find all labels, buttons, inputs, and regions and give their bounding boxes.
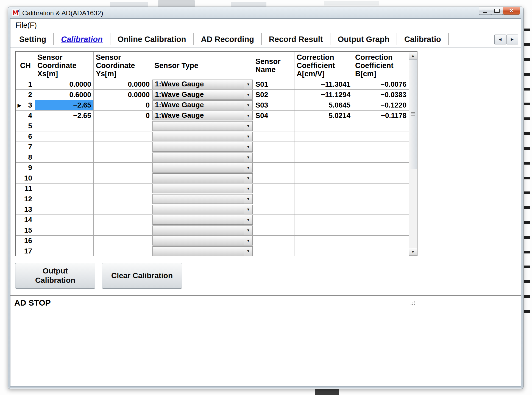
row-header[interactable]: 9	[16, 163, 35, 173]
chevron-down-icon[interactable]: ▼	[244, 80, 252, 89]
row-header[interactable]: 6	[16, 131, 35, 142]
sensor-type-combo[interactable]: ▼	[152, 153, 253, 162]
cell-correction-coefficient-a[interactable]	[294, 225, 353, 236]
cell-sensor-name[interactable]	[253, 184, 294, 194]
cell-correction-coefficient-a[interactable]: 5.0645	[294, 100, 353, 111]
cell-sensor-coordinate-xs[interactable]	[35, 236, 94, 246]
cell-sensor-coordinate-ys[interactable]	[94, 236, 152, 246]
row-header[interactable]: 2	[16, 90, 35, 100]
cell-correction-coefficient-a[interactable]	[294, 173, 353, 184]
cell-sensor-coordinate-xs[interactable]	[35, 142, 94, 152]
cell-sensor-coordinate-ys[interactable]	[94, 131, 152, 142]
menu-file[interactable]: File(F)	[15, 21, 37, 30]
row-header[interactable]: 14	[16, 215, 35, 225]
cell-sensor-coordinate-ys[interactable]: 0.0000	[94, 90, 152, 100]
tab-ad-recording[interactable]: AD Recording	[194, 33, 262, 45]
cell-sensor-name[interactable]	[253, 204, 294, 215]
cell-correction-coefficient-b[interactable]	[353, 131, 409, 142]
row-header[interactable]: 4	[16, 111, 35, 121]
chevron-down-icon[interactable]: ▼	[244, 132, 252, 141]
cell-sensor-coordinate-xs[interactable]: 0.0000	[35, 79, 94, 90]
cell-sensor-coordinate-ys[interactable]	[94, 152, 152, 163]
sensor-type-combo[interactable]: ▼	[152, 194, 253, 204]
sensor-type-combo[interactable]: 1:Wave Gauge▼	[152, 80, 253, 89]
cell-sensor-coordinate-ys[interactable]	[94, 173, 152, 184]
tab-scroll-right-button[interactable]: ►	[506, 35, 518, 44]
row-header[interactable]: ▶3	[16, 100, 35, 111]
chevron-down-icon[interactable]: ▼	[244, 226, 252, 235]
sensor-type-combo[interactable]: 1:Wave Gauge▼	[152, 111, 253, 120]
cell-correction-coefficient-b[interactable]: −0.0383	[353, 90, 409, 100]
cell-correction-coefficient-b[interactable]	[353, 204, 409, 215]
column-header-correction-coefficient-b[interactable]: Correction Coefficient B[cm]	[353, 52, 409, 79]
scrollbar-thumb[interactable]	[409, 59, 417, 169]
chevron-down-icon[interactable]: ▼	[244, 101, 252, 110]
cell-sensor-coordinate-ys[interactable]	[94, 204, 152, 215]
cell-sensor-coordinate-ys[interactable]	[94, 163, 152, 173]
chevron-down-icon[interactable]: ▼	[244, 205, 252, 214]
cell-correction-coefficient-b[interactable]	[353, 246, 409, 256]
cell-sensor-coordinate-ys[interactable]	[94, 215, 152, 225]
cell-correction-coefficient-a[interactable]	[294, 246, 353, 256]
cell-sensor-coordinate-xs[interactable]	[35, 173, 94, 184]
cell-correction-coefficient-a[interactable]	[294, 236, 353, 246]
sensor-type-combo[interactable]: ▼	[152, 246, 253, 256]
row-header[interactable]: 16	[16, 236, 35, 246]
chevron-down-icon[interactable]: ▼	[244, 153, 252, 162]
cell-correction-coefficient-a[interactable]	[294, 184, 353, 194]
tab-output-graph[interactable]: Output Graph	[330, 33, 397, 45]
cell-correction-coefficient-a[interactable]	[294, 152, 353, 163]
cell-correction-coefficient-b[interactable]	[353, 121, 409, 131]
clear-calibration-button[interactable]: Clear Calibration	[102, 263, 182, 289]
sensor-type-combo[interactable]: ▼	[152, 142, 253, 152]
cell-correction-coefficient-a[interactable]: 5.0214	[294, 111, 353, 121]
sensor-type-combo[interactable]: ▼	[152, 121, 253, 131]
cell-sensor-coordinate-ys[interactable]	[94, 121, 152, 131]
sensor-type-combo[interactable]: ▼	[152, 184, 253, 193]
cell-correction-coefficient-a[interactable]	[294, 121, 353, 131]
cell-sensor-coordinate-ys[interactable]	[94, 225, 152, 236]
cell-correction-coefficient-a[interactable]	[294, 204, 353, 215]
cell-sensor-coordinate-xs[interactable]: 0.6000	[35, 90, 94, 100]
cell-sensor-coordinate-xs[interactable]	[35, 194, 94, 204]
cell-sensor-coordinate-xs[interactable]	[35, 184, 94, 194]
cell-sensor-coordinate-xs[interactable]	[35, 121, 94, 131]
cell-correction-coefficient-b[interactable]	[353, 163, 409, 173]
cell-correction-coefficient-a[interactable]	[294, 131, 353, 142]
chevron-down-icon[interactable]: ▼	[244, 174, 252, 183]
resize-grip-icon[interactable]	[409, 300, 415, 306]
cell-sensor-name[interactable]: S03	[253, 100, 294, 111]
cell-sensor-name[interactable]	[253, 236, 294, 246]
scroll-down-button[interactable]: ▼	[409, 248, 417, 256]
cell-sensor-coordinate-xs[interactable]	[35, 215, 94, 225]
chevron-down-icon[interactable]: ▼	[244, 184, 252, 193]
cell-correction-coefficient-a[interactable]	[294, 142, 353, 152]
cell-sensor-coordinate-xs[interactable]	[35, 246, 94, 256]
row-header[interactable]: 7	[16, 142, 35, 152]
tab-setting[interactable]: Setting	[12, 33, 54, 45]
cell-sensor-coordinate-xs[interactable]: −2.65	[35, 111, 94, 121]
output-calibration-button[interactable]: Output Calibration	[15, 263, 95, 289]
cell-sensor-name[interactable]	[253, 173, 294, 184]
sensor-type-combo[interactable]: ▼	[152, 215, 253, 225]
tab-calibration[interactable]: Calibration	[54, 33, 110, 45]
cell-sensor-name[interactable]	[253, 121, 294, 131]
cell-correction-coefficient-b[interactable]	[353, 215, 409, 225]
sensor-type-combo[interactable]: ▼	[152, 236, 253, 246]
chevron-down-icon[interactable]: ▼	[244, 90, 252, 99]
row-header[interactable]: 11	[16, 184, 35, 194]
column-header-sensor-coordinate-xs[interactable]: Sensor Coordinate Xs[m]	[35, 52, 94, 79]
cell-sensor-name[interactable]	[253, 142, 294, 152]
cell-sensor-name[interactable]: S02	[253, 90, 294, 100]
row-header[interactable]: 17	[16, 246, 35, 256]
column-header-sensor-coordinate-ys[interactable]: Sensor Coordinate Ys[m]	[94, 52, 152, 79]
cell-correction-coefficient-b[interactable]	[353, 184, 409, 194]
column-header-correction-coefficient-a[interactable]: Correction Coefficient A[cm/V]	[294, 52, 353, 79]
row-header[interactable]: 10	[16, 173, 35, 184]
chevron-down-icon[interactable]: ▼	[244, 194, 252, 204]
column-header-sensor-name[interactable]: Sensor Name	[253, 52, 294, 79]
cell-sensor-name[interactable]	[253, 163, 294, 173]
chevron-down-icon[interactable]: ▼	[244, 122, 252, 131]
cell-sensor-coordinate-ys[interactable]: 0.0000	[94, 79, 152, 90]
cell-correction-coefficient-b[interactable]: −0.1220	[353, 100, 409, 111]
